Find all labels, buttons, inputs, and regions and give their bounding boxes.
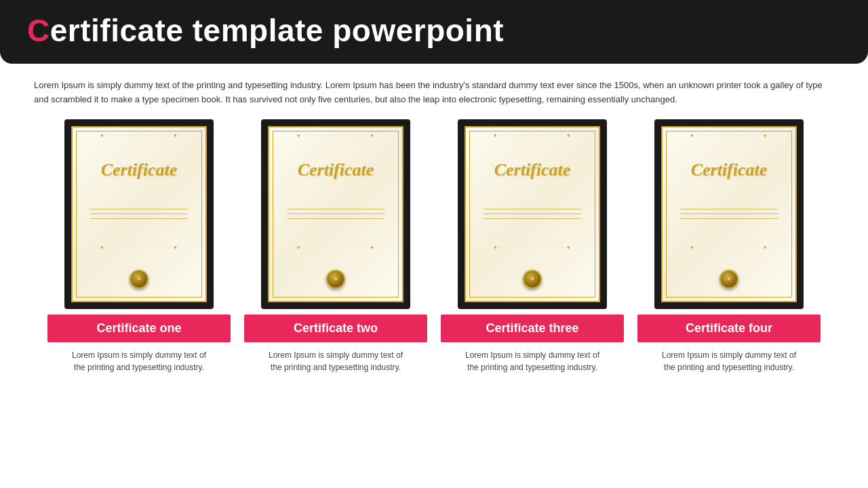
cert-line-1 (90, 209, 188, 209)
certificate-inner-three: ✦ · · · · · · · · · · · · · · · ✦ Certif… (465, 126, 600, 302)
cert-line-2 (90, 214, 188, 214)
card-desc-two: Lorem Ipsum is simply dummy text of the … (268, 349, 403, 374)
cert-seal-2: ✦ (326, 270, 345, 289)
certificate-frame-four: ✦ · · · · · · · · · · · · · · · ✦ Certif… (654, 119, 804, 309)
cert-seal-4: ✦ (719, 270, 738, 289)
card-desc-one: Lorem Ipsum is simply dummy text of the … (71, 349, 207, 374)
card-four: ✦ · · · · · · · · · · · · · · · ✦ Certif… (637, 119, 821, 374)
card-two: ✦ · · · · · · · · · · · · · · · ✦ Certif… (244, 119, 427, 374)
header: Certificate template powerpoint (0, 0, 868, 64)
cert-ornament-bottom: ✦ · · · · · · · · · · · · · · · ✦ (78, 245, 200, 251)
content-area: Lorem Ipsum is simply dummy text of the … (0, 64, 868, 381)
cert-line-3-1 (484, 209, 581, 209)
cert-script-title-2: Certificate (298, 160, 374, 180)
card-three: ✦ · · · · · · · · · · · · · · · ✦ Certif… (441, 119, 624, 374)
cert-ornament-bottom-4: ✦ · · · · · · · · · · · · · · · ✦ (668, 245, 790, 251)
certificate-inner-two: ✦ · · · · · · · · · · · · · · · ✦ Certif… (268, 126, 403, 302)
cert-label-four: Certificate four (637, 314, 821, 342)
cert-line-3-3 (484, 218, 581, 219)
cert-ornament-bottom-2: ✦ · · · · · · · · · · · · · · · ✦ (275, 245, 397, 251)
certificate-inner-four: ✦ · · · · · · · · · · · · · · · ✦ Certif… (661, 126, 797, 302)
cert-line-2-2 (287, 214, 384, 214)
cert-ornament-top: ✦ · · · · · · · · · · · · · · · ✦ (78, 133, 200, 139)
cert-line-4-2 (680, 214, 778, 214)
cert-script-title-3: Certificate (494, 160, 571, 180)
cert-ornament-bottom-3: ✦ · · · · · · · · · · · · · · · ✦ (471, 245, 593, 251)
cert-ornament-top-3: ✦ · · · · · · · · · · · · · · · ✦ (471, 133, 593, 139)
cert-label-three: Certificate three (441, 314, 624, 342)
cert-seal-3: ✦ (523, 270, 542, 289)
page-title: Certificate template powerpoint (27, 12, 841, 49)
cert-script-title-4: Certificate (691, 160, 768, 180)
certificate-inner-one: ✦ · · · · · · · · · · · · · · · ✦ Certif… (71, 126, 207, 302)
cert-line-3-2 (484, 214, 581, 214)
cert-script-title: Certificate (101, 160, 178, 180)
cert-line-3 (90, 218, 188, 219)
title-rest: ertificate template powerpoint (50, 13, 504, 48)
title-first-letter: C (27, 13, 50, 48)
cert-seal: ✦ (130, 270, 149, 289)
cert-lines-4 (680, 205, 778, 223)
certificate-frame-two: ✦ · · · · · · · · · · · · · · · ✦ Certif… (261, 119, 410, 309)
cert-line-2-3 (287, 218, 384, 219)
card-one: ✦ · · · · · · · · · · · · · · · ✦ Certif… (47, 119, 231, 374)
cert-line-4-1 (680, 209, 778, 209)
description-text: Lorem Ipsum is simply dummy text of the … (34, 79, 834, 107)
cert-ornament-top-4: ✦ · · · · · · · · · · · · · · · ✦ (668, 133, 790, 139)
cert-lines-3 (484, 205, 581, 223)
cert-ornament-top-2: ✦ · · · · · · · · · · · · · · · ✦ (275, 133, 397, 139)
certificate-frame-three: ✦ · · · · · · · · · · · · · · · ✦ Certif… (458, 119, 607, 309)
card-desc-four: Lorem Ipsum is simply dummy text of the … (661, 349, 797, 374)
card-desc-three: Lorem Ipsum is simply dummy text of the … (465, 349, 600, 374)
cert-lines (90, 205, 188, 223)
cert-line-2-1 (287, 209, 384, 209)
certificate-frame-one: ✦ · · · · · · · · · · · · · · · ✦ Certif… (64, 119, 214, 309)
cert-label-one: Certificate one (47, 314, 231, 342)
cert-label-two: Certificate two (244, 314, 427, 342)
cert-lines-2 (287, 205, 384, 223)
cards-row: ✦ · · · · · · · · · · · · · · · ✦ Certif… (34, 119, 834, 374)
cert-line-4-3 (680, 218, 778, 219)
